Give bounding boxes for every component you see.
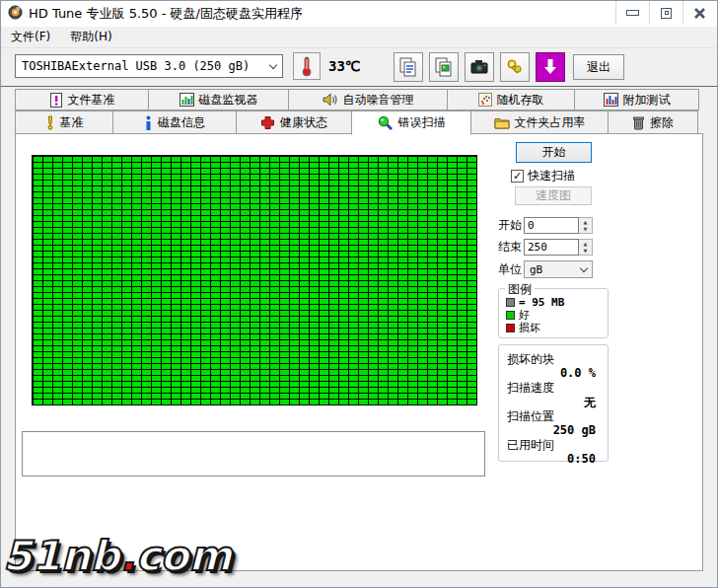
tab-extra-tests[interactable]: 附加测试 (574, 89, 699, 110)
unit-row: 单位 gB (498, 260, 593, 278)
keys-icon (504, 56, 526, 78)
start-scan-button[interactable]: 开始 (516, 142, 592, 163)
scan-speed-label: 扫描速度 (507, 380, 602, 395)
download-button[interactable] (536, 52, 565, 82)
legend-bad: 损坏 (506, 322, 608, 334)
menu-file[interactable]: 文件(F) (1, 26, 60, 48)
speed-map-button-label: 速度图 (536, 187, 571, 204)
maximize-button[interactable] (649, 1, 682, 25)
exit-button[interactable]: 退出 (573, 54, 624, 80)
watermark-left: 51nb (3, 532, 119, 580)
title-bar: HD Tune 专业版 5.50 - 硬盘/固态硬盘实用程序 (1, 1, 717, 27)
copy-image-icon (433, 56, 455, 78)
tab-disk-info[interactable]: 磁盘信息 (112, 110, 237, 134)
benchmark-icon (45, 115, 55, 130)
damaged-blocks-value: 0.0 % (507, 366, 602, 380)
tab-health[interactable]: 健康状态 (236, 110, 352, 134)
error-scan-icon (378, 115, 394, 131)
extra-tests-icon (604, 93, 618, 107)
camera-icon (468, 56, 490, 78)
drive-selector-value: TOSHIBAExternal USB 3.0 (250 gB) (22, 59, 270, 73)
tab-disk-monitor[interactable]: 磁盘监视器 (148, 89, 289, 110)
drive-selector[interactable]: TOSHIBAExternal USB 3.0 (250 gB) (15, 54, 283, 78)
screenshot-button[interactable] (465, 52, 494, 82)
spin-up-icon[interactable]: ▲ (579, 240, 592, 248)
watermark-right: com (135, 532, 232, 580)
scan-stats-group: 损坏的块 0.0 % 扫描速度 无 扫描位置 250 gB 已用时间 0:50 (498, 344, 609, 462)
message-box (22, 431, 485, 477)
toolbar: TOSHIBAExternal USB 3.0 (250 gB) 33℃ (1, 48, 717, 86)
tab-benchmark[interactable]: 基准 (15, 110, 113, 134)
folder-icon (494, 116, 510, 129)
elapsed-time-label: 已用时间 (507, 437, 602, 452)
tab-label: 文件夹占用率 (515, 114, 586, 131)
quick-scan-checkbox[interactable]: ✓ (511, 170, 524, 183)
health-icon (260, 115, 275, 130)
toolbar-buttons (394, 52, 565, 82)
tab-aam[interactable]: 自动噪音管理 (288, 89, 448, 110)
legend-title: 图例 (505, 281, 535, 298)
tab-row-bottom: 基准 磁盘信息 健康状态 错误扫描 (15, 110, 703, 134)
random-access-icon (478, 93, 492, 107)
window-title: HD Tune 专业版 5.50 - 硬盘/固态硬盘实用程序 (29, 5, 303, 23)
window-controls (615, 1, 716, 25)
end-position-row: 结束 250 ▲ ▼ (498, 239, 593, 256)
start-position-value: 0 (528, 219, 535, 232)
spin-down-icon[interactable]: ▼ (579, 226, 592, 234)
end-position-value: 250 (528, 241, 547, 254)
unit-field-label: 单位 (498, 261, 524, 278)
end-field-label: 结束 (498, 239, 524, 256)
scan-block-grid (32, 155, 477, 405)
toolbar-separator (1, 86, 717, 87)
close-button[interactable] (682, 1, 716, 25)
tab-label: 健康状态 (280, 114, 327, 131)
legend-bad-label: 损坏 (519, 321, 540, 335)
watermark-dot: . (119, 532, 135, 580)
tab-label: 基准 (60, 114, 84, 131)
keys-button[interactable] (500, 52, 530, 82)
spin-up-icon[interactable]: ▲ (579, 218, 592, 226)
speed-map-button[interactable]: 速度图 (515, 186, 592, 205)
tab-file-benchmark[interactable]: 文件基准 (15, 89, 149, 110)
spin-down-icon[interactable]: ▼ (579, 248, 592, 256)
chevron-down-icon (580, 263, 588, 271)
app-hdd-icon (8, 5, 23, 23)
damaged-blocks-label: 损坏的块 (507, 351, 602, 366)
close-icon (693, 7, 706, 20)
scan-speed-value: 无 (507, 395, 602, 408)
exit-button-label: 退出 (587, 59, 610, 76)
speaker-icon (323, 93, 338, 107)
unit-select[interactable]: gB (524, 260, 593, 278)
tab-erase[interactable]: 擦除 (608, 110, 698, 134)
scan-position-value: 250 gB (507, 423, 602, 437)
tab-label: 随机存取 (497, 92, 544, 109)
end-position-input[interactable]: 250 (524, 239, 579, 256)
quick-scan-row: ✓ 快速扫描 (511, 168, 575, 184)
disk-monitor-icon (180, 93, 194, 107)
unit-select-value: gB (530, 263, 542, 276)
quick-scan-label: 快速扫描 (528, 168, 575, 184)
copy-image-button[interactable] (429, 52, 459, 82)
copy-text-button[interactable] (394, 52, 423, 82)
minimize-icon (626, 10, 639, 16)
tab-label: 文件基准 (68, 92, 115, 109)
app-window: HD Tune 专业版 5.50 - 硬盘/固态硬盘实用程序 文件(F) 帮助(… (0, 0, 718, 588)
legend-group: 图例 = 95 MB 好 损坏 (498, 288, 609, 338)
file-benchmark-icon (49, 93, 63, 108)
minimize-button[interactable] (615, 1, 649, 25)
checkmark-icon: ✓ (513, 171, 522, 182)
tab-error-scan[interactable]: 错误扫描 (351, 110, 471, 135)
tab-random-access[interactable]: 随机存取 (447, 89, 575, 110)
maximize-icon (661, 8, 672, 19)
menu-bar: 文件(F) 帮助(H) (1, 27, 717, 48)
temperature-button[interactable] (293, 52, 321, 80)
disk-info-icon (144, 115, 153, 130)
start-position-input[interactable]: 0 (524, 217, 579, 234)
good-swatch (506, 311, 515, 320)
menu-help[interactable]: 帮助(H) (60, 26, 121, 48)
copy-text-icon (397, 56, 419, 78)
elapsed-time-value: 0:50 (507, 452, 602, 466)
end-position-stepper: ▲ ▼ (579, 239, 593, 256)
tab-folder-usage[interactable]: 文件夹占用率 (470, 110, 609, 134)
download-icon (539, 56, 561, 78)
